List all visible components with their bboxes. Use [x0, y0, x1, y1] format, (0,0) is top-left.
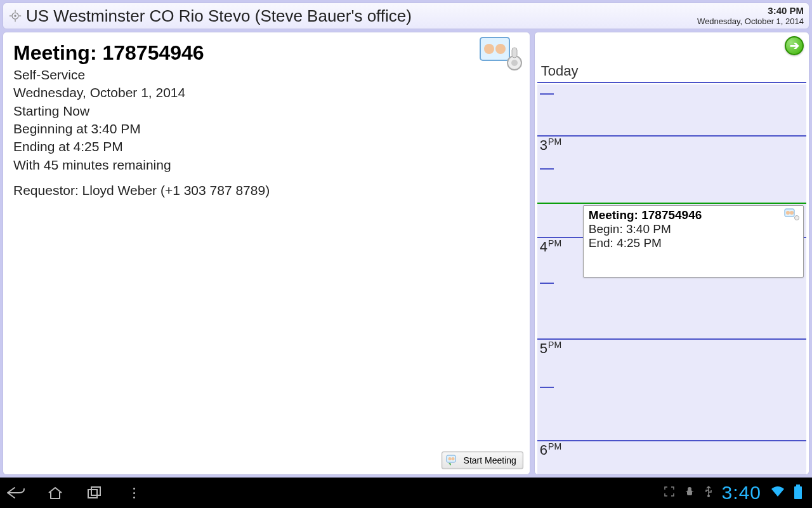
- android-debug-icon: [684, 486, 695, 500]
- meeting-type: Self-Service: [13, 66, 520, 84]
- location-header-bar: US Westminster CO Rio Stevo (Steve Bauer…: [3, 3, 809, 29]
- svg-point-16: [786, 211, 790, 215]
- svg-point-7: [484, 44, 494, 54]
- android-status-clock: 3:40: [722, 482, 761, 504]
- location-target-icon: [8, 9, 22, 23]
- svg-point-18: [795, 216, 799, 220]
- android-recent-apps-button[interactable]: [84, 484, 105, 502]
- hour-label-6pm: 6PM: [540, 441, 561, 458]
- half-hour-tick: [540, 168, 554, 170]
- hour-line-6pm: [537, 440, 806, 441]
- event-title: Meeting: 178754946: [589, 208, 784, 222]
- meeting-date: Wednesday, October 1, 2014: [13, 84, 520, 102]
- wifi-icon: [770, 485, 785, 500]
- agenda-panel: ➔ Today 3PM 4PM 5PM: [534, 32, 809, 475]
- svg-point-14: [451, 457, 454, 460]
- svg-rect-11: [512, 48, 517, 58]
- hour-label-4pm: 4PM: [540, 238, 561, 255]
- event-begin: Begin: 3:40 PM: [589, 222, 784, 236]
- header-clock-time: 3:40 PM: [697, 5, 804, 17]
- start-meeting-label: Start Meeting: [464, 455, 516, 465]
- agenda-today-label: Today: [541, 63, 579, 79]
- usb-icon: [704, 485, 713, 500]
- svg-point-25: [707, 495, 710, 497]
- half-hour-tick: [540, 93, 554, 95]
- expand-icon[interactable]: [664, 486, 675, 500]
- hour-line-3pm: [537, 135, 806, 137]
- svg-point-8: [495, 44, 506, 54]
- svg-point-10: [511, 60, 518, 66]
- start-meeting-button[interactable]: Start Meeting: [442, 451, 523, 469]
- agenda-next-button[interactable]: ➔: [785, 36, 804, 55]
- meeting-requestor: Requestor: Lloyd Weber (+1 303 787 8789): [13, 182, 520, 199]
- meeting-remaining: With 45 minutes remaining: [13, 156, 520, 174]
- agenda-event-card[interactable]: Meeting: 178754946 Begin: 3:40 PM End: 4…: [583, 205, 804, 277]
- half-hour-tick: [540, 387, 554, 388]
- hour-label-3pm: 3PM: [540, 137, 561, 154]
- arrow-right-icon: ➔: [790, 39, 799, 53]
- android-home-button[interactable]: [44, 484, 66, 502]
- svg-rect-20: [91, 487, 100, 495]
- divider: [537, 82, 806, 83]
- hour-line-5pm: [537, 338, 806, 340]
- video-conference-icon: [784, 208, 799, 221]
- svg-point-13: [448, 457, 451, 460]
- android-navigation-bar: 3:40: [0, 478, 812, 508]
- battery-icon: [794, 486, 802, 499]
- meeting-detail-panel: Meeting: 178754946 Self-Service Wednesda…: [3, 32, 530, 475]
- meeting-ends: Ending at 4:25 PM: [13, 138, 520, 156]
- svg-point-1: [14, 15, 16, 17]
- meeting-status: Starting Now: [13, 102, 520, 120]
- hour-label-5pm: 5PM: [540, 340, 561, 357]
- svg-rect-22: [687, 490, 692, 495]
- svg-point-17: [790, 211, 794, 215]
- now-marker: [537, 203, 806, 204]
- svg-rect-19: [88, 490, 97, 498]
- spacer: [13, 174, 520, 182]
- agenda-timeline[interactable]: 3PM 4PM 5PM 6PM: [537, 84, 806, 474]
- meeting-begins: Beginning at 3:40 PM: [13, 120, 520, 138]
- video-conference-start-icon: [446, 455, 460, 466]
- header-clock: 3:40 PM Wednesday, October 1, 2014: [697, 5, 804, 27]
- video-conference-icon: [479, 36, 523, 74]
- header-clock-date: Wednesday, October 1, 2014: [697, 17, 804, 27]
- android-menu-button[interactable]: [123, 484, 145, 502]
- half-hour-tick: [540, 283, 554, 284]
- meeting-title: Meeting: 178754946: [13, 41, 520, 65]
- android-back-button[interactable]: [5, 484, 27, 502]
- location-title: US Westminster CO Rio Stevo (Steve Bauer…: [26, 6, 412, 26]
- event-end: End: 4:25 PM: [589, 236, 784, 250]
